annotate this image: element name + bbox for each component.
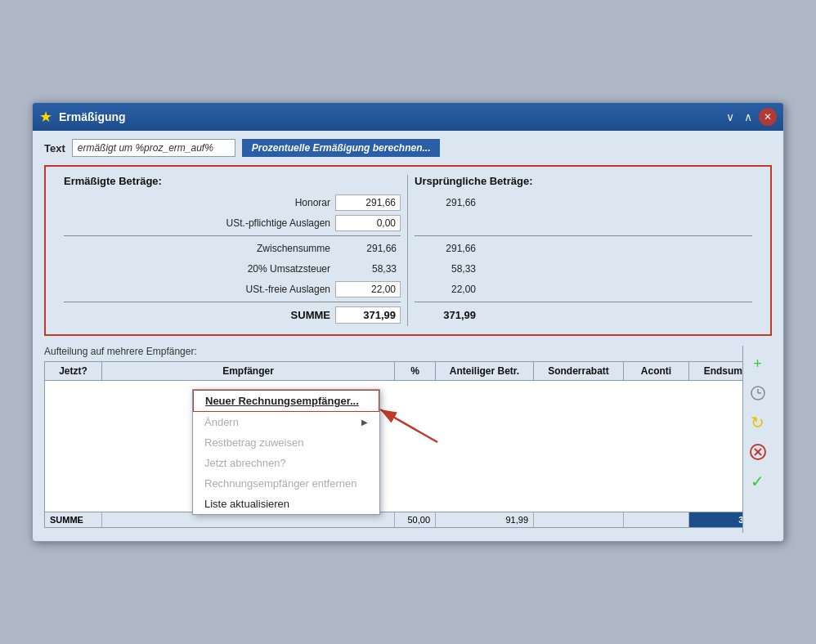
recipients-table: Jetzt? Empfänger % Anteiliger Betr. Sond… (44, 361, 772, 528)
honorar-label: Honorar (64, 197, 335, 208)
summe-row-right: 371,99 (415, 306, 752, 324)
amounts-box: Ermäßigte Beträge: Honorar 291,66 USt.-p… (44, 165, 772, 336)
separator-1-right (415, 235, 752, 236)
text-label: Text (44, 142, 65, 154)
refresh-button[interactable]: ↻ (747, 411, 769, 434)
ctx-aendern-label: Ändern (204, 416, 239, 428)
svg-line-1 (380, 409, 437, 442)
close-button[interactable]: ✕ (759, 108, 777, 126)
titlebar: ★ Ermäßigung ∨ ∧ ✕ (33, 103, 783, 131)
ust-label-left: 20% Umsatzsteuer (64, 263, 335, 275)
ctx-new-recipient[interactable]: Neuer Rechnungsempfänger... (193, 390, 379, 412)
ctx-restbetrag-label: Restbetrag zuweisen (204, 436, 303, 449)
titlebar-left: ★ Ermäßigung (39, 108, 126, 126)
section-label: Aufteilung auf mehrere Empfänger: (44, 346, 772, 357)
right-amounts-col: Ursprüngliche Beträge: 291,66 291,66 58,… (408, 175, 759, 326)
zwischensumme-left-value: 291,66 (335, 241, 401, 256)
col-jetzt: Jetzt? (45, 362, 102, 380)
col-pct: % (395, 362, 436, 380)
zwischensumme-row-left: Zwischensumme 291,66 (64, 239, 401, 257)
cancel-button[interactable] (747, 441, 769, 463)
ust-pflichtig-row: USt.-pflichtige Auslagen 0,00 (64, 214, 401, 232)
separator-1-left (64, 235, 401, 236)
ust-pflichtig-label: USt.-pflichtige Auslagen (64, 217, 335, 229)
left-amounts-col: Ermäßigte Beträge: Honorar 291,66 USt.-p… (57, 175, 408, 326)
separator-2-right (415, 302, 752, 302)
restore-button[interactable]: ∧ (741, 109, 755, 125)
footer-anteilig: 91,99 (436, 512, 534, 527)
star-icon: ★ (39, 108, 52, 126)
col-empfaenger: Empfänger (102, 362, 395, 380)
ust-pflichtig-right-value (415, 221, 480, 225)
right-sidebar: + ↻ ✓ (742, 346, 772, 533)
ust-right-value: 58,33 (415, 262, 480, 276)
main-window: ★ Ermäßigung ∨ ∧ ✕ Text Prozentuelle Erm… (32, 102, 784, 542)
window-title: Ermäßigung (59, 110, 126, 123)
col-sonderrabatt: Sonderrabatt (534, 362, 624, 380)
ust-left-value: 58,33 (335, 262, 401, 276)
honorar-row: Honorar 291,66 (64, 194, 401, 212)
calc-button[interactable]: Prozentuelle Ermäßigung berechnen... (242, 139, 441, 157)
ctx-remove: Rechnungsempfänger entfernen (193, 473, 379, 494)
summe-label-left: SUMME (64, 309, 335, 321)
minimize-button[interactable]: ∨ (723, 109, 738, 125)
ust-frei-row-right: 22,00 (415, 280, 752, 298)
zwischensumme-row-right: 291,66 (415, 239, 752, 257)
col-aconti: Aconti (624, 362, 689, 380)
titlebar-buttons: ∨ ∧ ✕ (723, 108, 777, 126)
table-body: Neuer Rechnungsempfänger... Ändern ▶ Res… (45, 381, 771, 512)
summe-row-left: SUMME 371,99 (64, 306, 401, 324)
ctx-aendern: Ändern ▶ (193, 412, 379, 432)
ctx-new-recipient-label: Neuer Rechnungsempfänger... (205, 395, 359, 407)
text-row: Text Prozentuelle Ermäßigung berechnen..… (44, 139, 772, 157)
footer-aconti (624, 512, 689, 527)
clock-button[interactable] (747, 382, 769, 405)
red-arrow-indicator (372, 405, 454, 446)
honorar-right-value: 291,66 (415, 195, 480, 210)
ust-frei-label: USt.-freie Auslagen (64, 284, 335, 295)
zwischensumme-label-left: Zwischensumme (64, 243, 335, 254)
text-input[interactable] (72, 139, 235, 157)
cancel-icon (750, 444, 766, 460)
bottom-section: Aufteilung auf mehrere Empfänger: Jetzt?… (44, 346, 772, 533)
content-area: Text Prozentuelle Ermäßigung berechnen..… (33, 131, 783, 541)
amounts-grid: Ermäßigte Beträge: Honorar 291,66 USt.-p… (57, 175, 759, 326)
ust-frei-left-value[interactable]: 22,00 (335, 281, 401, 297)
separator-2-left (64, 302, 401, 302)
footer-pct: 50,00 (395, 512, 436, 527)
zwischensumme-right-value: 291,66 (415, 241, 480, 256)
right-col-header: Ursprüngliche Beträge: (415, 175, 752, 187)
honorar-row-right: 291,66 (415, 194, 752, 212)
clock-icon (751, 386, 765, 400)
add-button[interactable]: + (747, 352, 769, 375)
summe-left-value[interactable]: 371,99 (335, 306, 401, 324)
ust-row-left: 20% Umsatzsteuer 58,33 (64, 260, 401, 278)
ctx-remove-label: Rechnungsempfänger entfernen (204, 477, 356, 490)
ctx-refresh-label: Liste aktualisieren (204, 498, 289, 510)
ust-frei-right-value: 22,00 (415, 282, 480, 297)
ust-row-right: 58,33 (415, 260, 752, 278)
main-area: Aufteilung auf mehrere Empfänger: Jetzt?… (44, 346, 772, 533)
ctx-refresh[interactable]: Liste aktualisieren (193, 494, 379, 514)
ctx-jetzt-label: Jetzt abrechnen? (204, 457, 286, 469)
summe-right-value: 371,99 (415, 307, 480, 323)
table-header: Jetzt? Empfänger % Anteiliger Betr. Sond… (45, 362, 771, 381)
left-col-header: Ermäßigte Beträge: (64, 175, 401, 187)
submenu-arrow-icon: ▶ (361, 418, 368, 427)
ust-frei-row: USt.-freie Auslagen 22,00 (64, 280, 401, 298)
ust-pflichtig-row-right (415, 214, 752, 232)
col-anteilig: Anteiliger Betr. (436, 362, 534, 380)
context-menu: Neuer Rechnungsempfänger... Ändern ▶ Res… (192, 389, 380, 515)
ust-pflichtig-left-value[interactable]: 0,00 (335, 215, 401, 231)
footer-sonderrabatt (534, 512, 624, 527)
ctx-restbetrag: Restbetrag zuweisen (193, 432, 379, 453)
ctx-jetzt: Jetzt abrechnen? (193, 453, 379, 473)
table-footer-row: SUMME 50,00 91,99 371,99 (45, 512, 771, 527)
confirm-button[interactable]: ✓ (747, 470, 769, 493)
footer-label: SUMME (45, 512, 102, 527)
honorar-left-value[interactable]: 291,66 (335, 195, 401, 211)
